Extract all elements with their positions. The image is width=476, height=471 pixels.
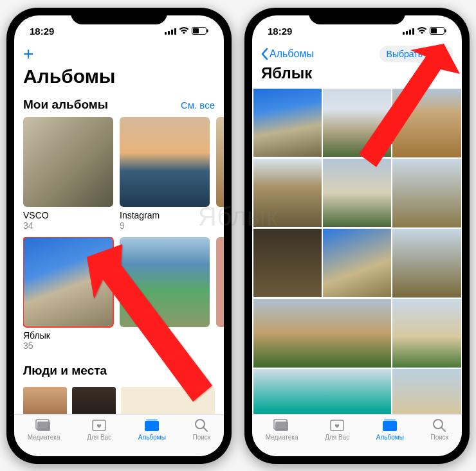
tab-bar: Медиатека Для Вас Альбомы Поиск: [252, 414, 462, 456]
svg-point-21: [439, 53, 441, 55]
tab-label: Для Вас: [325, 434, 349, 441]
status-icons: [165, 27, 208, 35]
status-icons: [403, 27, 446, 35]
album-thumb: [216, 237, 224, 327]
svg-rect-19: [431, 28, 437, 33]
more-button[interactable]: [435, 45, 453, 63]
screen-right: 18:29 Альбомы Выбрать: [252, 15, 462, 456]
svg-rect-15: [406, 31, 408, 35]
tab-label: Поиск: [430, 434, 448, 441]
photo-thumb[interactable]: [392, 299, 461, 368]
tab-search[interactable]: Поиск: [192, 418, 210, 441]
photo-thumb[interactable]: [253, 159, 322, 227]
svg-line-30: [441, 427, 445, 431]
album-river[interactable]: [120, 237, 210, 351]
svg-rect-0: [165, 32, 167, 35]
album-partial[interactable]: [216, 117, 224, 231]
photo-thumb[interactable]: [392, 369, 461, 414]
tab-label: Медиатека: [28, 434, 60, 441]
album-yablyk[interactable]: Яблык 35: [23, 237, 113, 351]
album-thumb: [23, 117, 113, 207]
see-all-link[interactable]: См. все: [181, 100, 215, 111]
tab-for-you[interactable]: Для Вас: [325, 418, 349, 441]
heart-icon: [91, 418, 107, 432]
person-thumb[interactable]: [23, 387, 67, 414]
person-thumb[interactable]: [72, 387, 116, 414]
add-button[interactable]: +: [23, 45, 33, 63]
album-title: Яблык: [252, 64, 462, 89]
svg-point-22: [443, 53, 444, 55]
album-name: Instagram: [120, 210, 210, 220]
wifi-icon: [417, 27, 427, 35]
photo-thumb[interactable]: [253, 369, 391, 414]
svg-rect-20: [445, 30, 446, 33]
svg-rect-11: [146, 420, 158, 421]
section-title: Люди и места: [23, 364, 107, 378]
album-thumb-highlighted: [23, 237, 113, 327]
photo-thumb[interactable]: [392, 159, 461, 227]
albums-icon: [143, 418, 160, 432]
page-title: Альбомы: [14, 64, 224, 94]
album-row-1: VSCO 34 Instagram 9: [23, 117, 224, 231]
back-label: Альбомы: [270, 48, 314, 60]
notch: [309, 8, 405, 24]
heart-icon: [329, 418, 345, 432]
status-time: 18:29: [30, 26, 54, 37]
album-count: 35: [23, 341, 113, 351]
back-button[interactable]: Альбомы: [261, 48, 314, 60]
battery-icon: [430, 27, 446, 35]
status-time: 18:29: [268, 26, 292, 37]
section-header-people: Люди и места: [23, 360, 224, 383]
tab-for-you[interactable]: Для Вас: [87, 418, 111, 441]
album-thumb: [120, 237, 210, 327]
screen-left: 18:29 + Альбомы Мои альбомы См. все: [14, 15, 224, 456]
album-thumb: [216, 117, 224, 207]
svg-point-23: [446, 53, 448, 55]
svg-rect-16: [409, 30, 411, 35]
tab-label: Альбомы: [376, 434, 404, 441]
content[interactable]: Мои альбомы См. все VSCO 34 Instagram 9: [14, 94, 224, 414]
photo-thumb[interactable]: [253, 89, 322, 157]
photo-thumb[interactable]: [253, 229, 322, 297]
tab-label: Медиатека: [266, 434, 298, 441]
album-row-2: Яблык 35: [23, 237, 224, 351]
tab-library[interactable]: Медиатека: [266, 418, 298, 441]
signal-icon: [165, 28, 176, 35]
tab-library[interactable]: Медиатека: [28, 418, 60, 441]
tab-label: Поиск: [192, 434, 210, 441]
nav-bar: +: [14, 41, 224, 64]
album-partial[interactable]: [216, 237, 224, 351]
nav-bar: Альбомы Выбрать: [252, 41, 462, 64]
album-name: VSCO: [23, 210, 113, 220]
svg-rect-27: [383, 421, 397, 431]
tab-search[interactable]: Поиск: [430, 418, 448, 441]
album-name: Яблык: [23, 330, 113, 341]
photo-thumb[interactable]: [253, 299, 391, 368]
album-count: 34: [23, 220, 113, 231]
svg-rect-5: [193, 28, 199, 33]
ellipsis-icon: [439, 53, 448, 55]
battery-icon: [192, 27, 208, 35]
album-vsco[interactable]: VSCO 34: [23, 117, 113, 231]
photo-thumb[interactable]: [323, 89, 391, 157]
tab-albums[interactable]: Альбомы: [376, 418, 404, 441]
tab-albums[interactable]: Альбомы: [138, 418, 166, 441]
photo-thumb[interactable]: [392, 229, 461, 298]
photo-thumb[interactable]: [323, 229, 391, 297]
svg-rect-6: [207, 30, 208, 33]
section-header-my-albums: Мои альбомы См. все: [23, 94, 224, 117]
photo-thumb[interactable]: [392, 89, 461, 157]
albums-icon: [381, 418, 398, 432]
photo-thumb[interactable]: [323, 159, 391, 227]
photo-grid-container[interactable]: [252, 89, 462, 414]
search-icon: [431, 418, 448, 432]
places-map-thumb[interactable]: [121, 387, 215, 414]
section-title: Мои альбомы: [23, 98, 108, 112]
svg-rect-14: [403, 32, 405, 35]
select-button[interactable]: Выбрать: [380, 46, 430, 62]
svg-rect-10: [145, 421, 159, 431]
people-row: [23, 387, 224, 414]
album-instagram[interactable]: Instagram 9: [120, 117, 210, 231]
phone-right: 18:29 Альбомы Выбрать: [244, 8, 470, 464]
album-count: 9: [120, 220, 210, 231]
